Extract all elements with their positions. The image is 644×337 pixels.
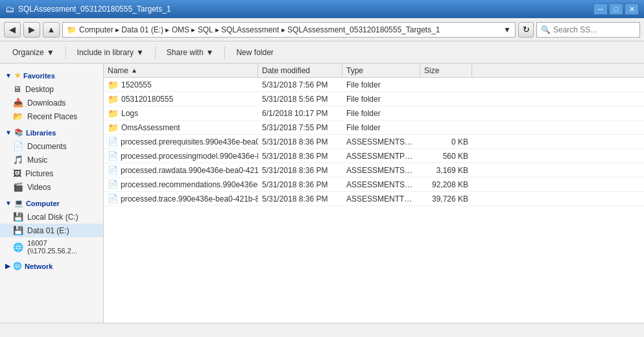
file-name-cell: 📁 053120180555 [104,94,258,104]
column-header-name[interactable]: Name ▲ [104,64,258,77]
table-row[interactable]: 📄 processed.prerequisites.990e436e-bea0-… [104,135,644,149]
network-drive-icon: 🌐 [13,242,23,252]
table-row[interactable]: 📁 OmsAssessment 5/31/2018 7:55 PM File f… [104,121,644,135]
address-path-text: Computer ▸ Data 01 (E:) ▸ OMS ▸ SQL ▸ SQ… [79,25,440,34]
address-path-dropdown[interactable]: ▼ [503,25,511,34]
file-size-cell: 92,208 KB [420,180,472,189]
file-date-cell: 5/31/2018 8:36 PM [258,137,342,146]
table-row[interactable]: 📄 processed.processingmodel.990e436e-bea… [104,149,644,163]
table-row[interactable]: 📁 Logs 6/1/2018 10:17 PM File folder [104,106,644,121]
network-label: Network [25,262,53,270]
sidebar-item-videos[interactable]: 🎬 Videos [0,180,103,194]
organize-label: Organize [12,48,44,57]
computer-arrow-icon: ▼ [5,200,12,207]
sidebar-item-recent-places-label: Recent Places [27,112,77,121]
table-row[interactable]: 📄 processed.trace.990e436e-bea0-421b-845… [104,192,644,206]
table-row[interactable]: 📄 processed.rawdata.990e436e-bea0-421b-8… [104,163,644,178]
column-header-date[interactable]: Date modified [258,64,342,77]
include-in-library-button[interactable]: Include in library ▼ [70,44,151,61]
folder-icon: 📁 [108,80,119,90]
file-date-cell: 5/31/2018 7:55 PM [258,123,342,132]
file-type-cell: ASSESSMENTSQLRE... [342,180,420,189]
sidebar-section-favorites: ▼ ★ Favorites 🖥 Desktop 📥 Downloads 📂 Re… [0,69,103,123]
table-row[interactable]: 📁 1520555 5/31/2018 7:56 PM File folder [104,78,644,92]
sidebar-item-local-disk-c-label: Local Disk (C:) [27,213,78,222]
back-button[interactable]: ◀ [4,22,21,38]
status-bar [0,323,644,337]
sidebar-item-network-drive-label: 16007 (\\170.25.56.2... [27,239,98,255]
recent-places-icon: 📂 [13,111,23,121]
toolbar-divider-1 [66,46,66,59]
sidebar-item-data01-e[interactable]: 💾 Data 01 (E:) [0,224,103,237]
toolbar: Organize ▼ Include in library ▼ Share wi… [0,41,644,64]
table-row[interactable]: 📄 processed.recommendations.990e436e-bea… [104,178,644,192]
folder-icon: 📁 [108,122,119,133]
search-input[interactable] [553,25,644,34]
pictures-icon: 🖼 [13,168,21,178]
organize-dropdown-icon: ▼ [47,48,54,57]
folder-icon: 📁 [108,94,119,104]
file-name: processed.processingmodel.990e436e-bea0-… [121,152,258,161]
address-path-icon: 📁 [67,25,77,34]
sidebar-network-header[interactable]: ▶ 🌐 Network [0,259,103,273]
file-type-cell: File folder [342,123,420,132]
maximize-button[interactable]: □ [609,3,623,15]
videos-icon: 🎬 [13,182,23,192]
file-date-cell: 5/31/2018 8:36 PM [258,152,342,161]
title-bar-title: SQLAssessment_053120180555_Targets_1 [18,5,593,14]
table-row[interactable]: 📁 053120180555 5/31/2018 5:56 PM File fo… [104,92,644,106]
refresh-button[interactable]: ↻ [518,22,534,38]
new-folder-button[interactable]: New folder [229,44,280,61]
toolbar-divider-3 [224,46,225,59]
file-type-cell: ASSESSMENTPM File [342,152,420,161]
file-date-cell: 5/31/2018 8:36 PM [258,166,342,175]
file-size-cell: 39,726 KB [420,194,472,203]
sidebar-section-network: ▶ 🌐 Network [0,259,103,273]
sidebar-item-music[interactable]: 🎵 Music [0,153,103,167]
address-path[interactable]: 📁 Computer ▸ Data 01 (E:) ▸ OMS ▸ SQL ▸ … [62,22,516,38]
sidebar-item-recent-places[interactable]: 📂 Recent Places [0,110,103,123]
search-box[interactable]: 🔍 [536,22,640,38]
file-name: OmsAssessment [121,123,180,132]
sidebar-favorites-header[interactable]: ▼ ★ Favorites [0,69,103,82]
sort-asc-icon: ▲ [131,67,137,74]
file-name-cell: 📄 processed.prerequisites.990e436e-bea0-… [104,137,258,146]
libraries-arrow-icon: ▼ [5,129,12,136]
search-icon: 🔍 [541,25,551,34]
toolbar-divider-2 [155,46,156,59]
sidebar-item-downloads-label: Downloads [27,99,66,108]
sidebar-item-desktop-label: Desktop [25,85,54,94]
sidebar-item-local-disk-c[interactable]: 💾 Local Disk (C:) [0,210,103,224]
sidebar-item-data01-e-label: Data 01 (E:) [27,226,69,235]
file-name-cell: 📄 processed.trace.990e436e-bea0-421b-845… [104,194,258,203]
column-header-type[interactable]: Type [342,64,420,77]
file-date-cell: 6/1/2018 10:17 PM [258,109,342,118]
minimize-button[interactable]: ─ [593,3,608,15]
sidebar-computer-header[interactable]: ▼ 💻 Computer [0,196,103,210]
address-bar: ◀ ▶ ▲ 📁 Computer ▸ Data 01 (E:) ▸ OMS ▸ … [0,18,644,41]
file-name: Logs [121,109,138,118]
sidebar-item-pictures[interactable]: 🖼 Pictures [0,167,103,180]
column-header-size[interactable]: Size [420,64,472,77]
favorites-arrow-icon: ▼ [5,72,12,79]
file-name: processed.trace.990e436e-bea0-421b-845c.… [121,194,258,203]
computer-label: Computer [26,200,60,207]
file-name: 053120180555 [121,95,173,104]
sidebar-item-network-drive[interactable]: 🌐 16007 (\\170.25.56.2... [0,237,103,257]
file-list: 📁 1520555 5/31/2018 7:56 PM File folder … [104,78,644,206]
file-name-cell: 📄 processed.processingmodel.990e436e-bea… [104,151,258,161]
share-with-dropdown-icon: ▼ [206,48,214,57]
share-with-button[interactable]: Share with ▼ [160,44,221,61]
computer-header-icon: 💻 [14,199,23,207]
up-button[interactable]: ▲ [43,22,60,38]
close-button[interactable]: ✕ [625,3,639,15]
sidebar-item-desktop[interactable]: 🖥 Desktop [0,82,103,96]
sidebar-libraries-header[interactable]: ▼ 📚 Libraries [0,126,103,139]
sidebar-item-documents[interactable]: 📄 Documents [0,139,103,153]
column-headers: Name ▲ Date modified Type Size [104,64,644,78]
sidebar-item-downloads[interactable]: 📥 Downloads [0,96,103,110]
organize-button[interactable]: Organize ▼ [5,44,62,61]
sidebar: ▼ ★ Favorites 🖥 Desktop 📥 Downloads 📂 Re… [0,64,104,323]
file-date-cell: 5/31/2018 8:36 PM [258,194,342,203]
forward-button[interactable]: ▶ [23,22,40,38]
